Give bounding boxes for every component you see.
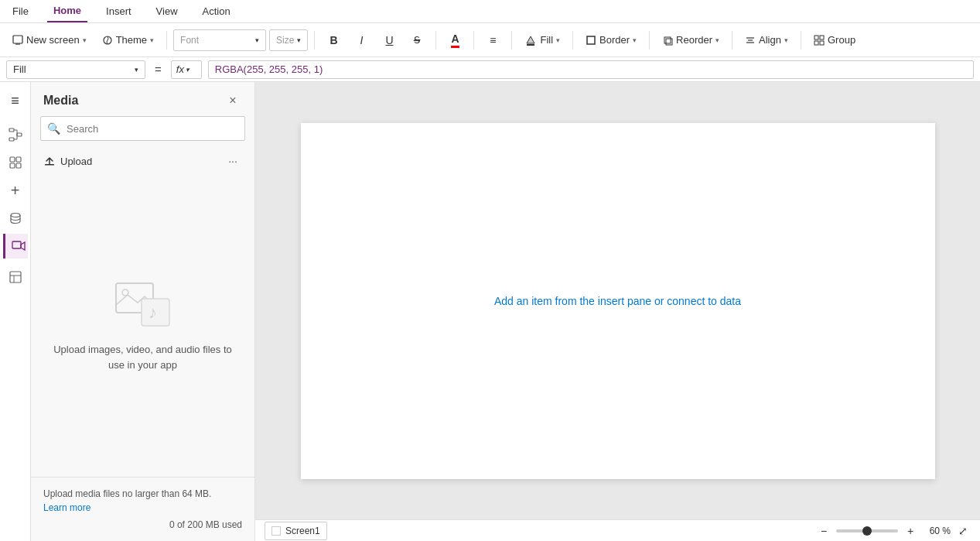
toolbar-separator-6 xyxy=(572,31,573,50)
svg-rect-14 xyxy=(9,128,14,132)
svg-rect-11 xyxy=(820,36,824,39)
reorder-label: Reorder xyxy=(676,34,712,46)
media-search-bar: 🔍 xyxy=(40,116,245,141)
media-panel-close-button[interactable]: × xyxy=(224,91,242,110)
menu-insert[interactable]: Insert xyxy=(100,0,138,22)
new-screen-button[interactable]: New screen ▾ xyxy=(6,28,93,53)
svg-rect-23 xyxy=(10,163,15,168)
font-size-value: Size xyxy=(276,35,294,46)
sidebar-icon-add[interactable]: + xyxy=(3,178,28,203)
svg-rect-12 xyxy=(814,41,818,45)
svg-rect-3 xyxy=(527,44,534,46)
svg-rect-10 xyxy=(814,36,818,39)
align-button[interactable]: Align ▾ xyxy=(739,28,794,53)
zoom-out-button[interactable]: − xyxy=(816,523,831,539)
search-icon: 🔍 xyxy=(47,122,60,135)
theme-button[interactable]: Theme ▾ xyxy=(96,28,160,53)
toolbar-separator-5 xyxy=(511,31,512,50)
toolbar-separator-8 xyxy=(732,31,732,50)
new-screen-chevron: ▾ xyxy=(83,36,87,44)
media-empty-text: Upload images, video, and audio files to… xyxy=(46,342,239,372)
sidebar-icon-tree[interactable] xyxy=(3,122,28,147)
svg-rect-6 xyxy=(666,39,672,45)
fill-button[interactable]: Fill ▾ xyxy=(518,28,566,53)
svg-text:♪: ♪ xyxy=(149,303,157,322)
property-selector[interactable]: Fill ▾ xyxy=(6,60,145,79)
sidebar-icons: ≡ + xyxy=(0,82,31,541)
canvas-placeholder-text: Add an item from the insert pane or xyxy=(494,295,667,307)
sidebar-icon-view[interactable] xyxy=(3,265,28,289)
font-size-chevron: ▾ xyxy=(297,36,301,44)
group-button[interactable]: Group xyxy=(808,28,862,53)
reorder-chevron: ▾ xyxy=(715,36,719,44)
svg-rect-5 xyxy=(664,37,671,43)
zoom-level: 60 % xyxy=(923,526,951,536)
menu-home[interactable]: Home xyxy=(47,0,87,22)
sidebar-icon-components[interactable] xyxy=(3,150,28,175)
align-btn-chevron: ▾ xyxy=(784,36,788,44)
screen-tab-icon xyxy=(271,526,281,536)
border-label: Border xyxy=(599,34,630,46)
toolbar-separator-9 xyxy=(801,31,801,50)
svg-rect-22 xyxy=(16,157,21,162)
svg-rect-16 xyxy=(17,133,22,136)
svg-rect-28 xyxy=(10,272,21,282)
canvas-workspace: Add an item from the insert pane or conn… xyxy=(255,82,980,519)
more-options-button[interactable]: ··· xyxy=(224,152,242,170)
screen-tab[interactable]: Screen1 xyxy=(265,522,327,540)
menu-view[interactable]: View xyxy=(150,0,184,22)
footer-text: Upload media files no larger than 64 MB. xyxy=(43,488,211,499)
fx-label: fx xyxy=(176,63,184,75)
formula-input[interactable] xyxy=(208,60,974,79)
toolbar-separator-3 xyxy=(435,31,436,50)
theme-chevron: ▾ xyxy=(150,36,154,44)
toolbar-separator-1 xyxy=(166,31,167,50)
media-empty-icon: ♪ xyxy=(112,279,174,330)
svg-rect-0 xyxy=(13,36,22,43)
svg-rect-4 xyxy=(587,36,595,44)
font-size-dropdown[interactable]: Size ▾ xyxy=(269,29,308,51)
strikethrough-button[interactable]: S̶ xyxy=(405,28,429,53)
bold-button[interactable]: B xyxy=(321,28,346,53)
svg-rect-15 xyxy=(9,138,14,141)
media-upload-row: Upload ··· xyxy=(31,147,254,175)
menu-action[interactable]: Action xyxy=(196,0,237,22)
connect-to-data-link[interactable]: connect to data xyxy=(667,295,741,307)
svg-marker-27 xyxy=(21,242,25,250)
toolbar: New screen ▾ Theme ▾ Font ▾ Size ▾ B I U… xyxy=(0,23,980,57)
sidebar-icon-media[interactable] xyxy=(3,234,28,259)
toolbar-separator-7 xyxy=(649,31,650,50)
menu-file[interactable]: File xyxy=(6,0,35,22)
media-search-input[interactable] xyxy=(67,123,238,135)
underline-button[interactable]: U xyxy=(377,28,401,53)
screen-name: Screen1 xyxy=(285,526,320,536)
equals-button[interactable]: = xyxy=(152,63,165,76)
fill-label: Fill xyxy=(540,34,553,46)
toolbar-separator-2 xyxy=(314,31,315,50)
expand-button[interactable]: ⤢ xyxy=(955,523,971,539)
font-family-value: Font xyxy=(180,35,199,46)
svg-point-25 xyxy=(11,214,20,217)
media-footer: Upload media files no larger than 64 MB.… xyxy=(31,477,254,541)
zoom-slider[interactable] xyxy=(836,529,898,532)
svg-rect-24 xyxy=(16,163,21,168)
fill-chevron: ▾ xyxy=(556,36,560,44)
border-button[interactable]: Border ▾ xyxy=(579,28,643,53)
learn-more-link[interactable]: Learn more xyxy=(43,502,90,513)
border-chevron: ▾ xyxy=(633,36,637,44)
font-color-button[interactable]: A xyxy=(442,28,467,53)
font-family-dropdown[interactable]: Font ▾ xyxy=(173,29,266,51)
sidebar-icon-data[interactable] xyxy=(3,206,28,231)
property-selector-value: Fill xyxy=(13,63,26,75)
align-text-button[interactable]: ≡ xyxy=(480,28,505,53)
italic-button[interactable]: I xyxy=(349,28,374,53)
property-selector-chevron: ▾ xyxy=(135,66,138,74)
upload-button[interactable]: Upload xyxy=(43,155,92,167)
reorder-button[interactable]: Reorder ▾ xyxy=(656,28,726,53)
menu-toggle-icon[interactable]: ≡ xyxy=(3,88,28,113)
canvas-frame[interactable]: Add an item from the insert pane or conn… xyxy=(301,123,935,479)
zoom-in-button[interactable]: + xyxy=(903,523,918,539)
font-color-label: A xyxy=(451,33,459,48)
fx-button[interactable]: fx ▾ xyxy=(171,60,202,79)
upload-label: Upload xyxy=(60,156,92,167)
